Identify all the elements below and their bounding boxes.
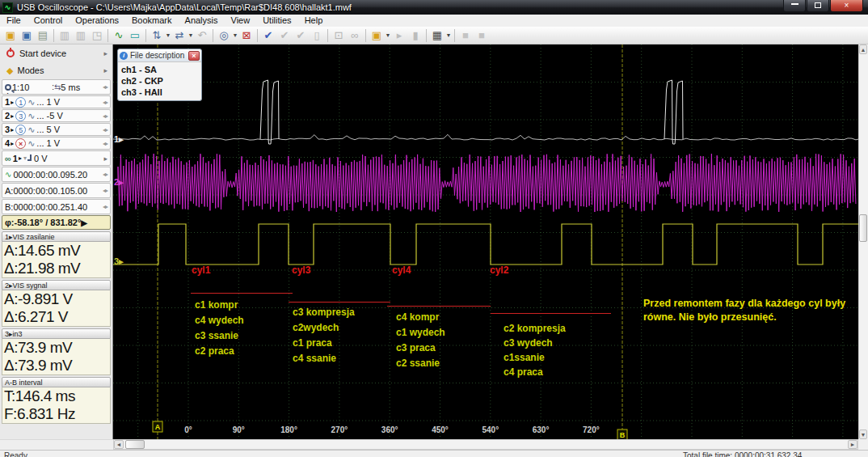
horizontal-scale-dropdown-icon[interactable]: ▼ <box>188 32 194 38</box>
menu-control[interactable]: Control <box>27 15 69 27</box>
report-icon[interactable]: ▯ <box>309 28 325 43</box>
adjust-arrows-icon[interactable]: ◂▸ <box>103 203 107 210</box>
trigger-row[interactable]: ∞ 1 ▸ ▾ 0 V ▸ <box>2 150 111 166</box>
channel-1-marker[interactable]: 1▸ <box>114 134 124 145</box>
menu-operations[interactable]: Operations <box>69 15 125 27</box>
axis-degree-label: 270° <box>331 425 348 434</box>
stroke-line: c3 praca <box>396 341 445 356</box>
modes-label: Modes <box>17 66 103 75</box>
waveform-display[interactable]: AB 1▸2▸3▸0°90°180°270°360°450°540°630°72… <box>113 44 858 439</box>
adjust-arrows-icon[interactable]: ◂▸ <box>103 99 107 106</box>
link-windows-icon[interactable]: ∞ <box>347 28 363 43</box>
measurement-values: A:14.65 mVΔ:21.98 mV <box>2 242 111 278</box>
phase-expand-icon[interactable]: ▶ <box>81 218 87 227</box>
toolbar-separator <box>365 29 366 42</box>
popup-close-button[interactable]: × <box>188 51 200 61</box>
probe-icon: 3 <box>15 111 26 121</box>
panel-2-icon[interactable]: ■ <box>474 28 490 43</box>
channel-2-row[interactable]: 2▸3∿... -5 V◂▸ <box>2 109 111 122</box>
vertical-scale-dropdown-icon[interactable]: ▼ <box>165 32 171 38</box>
expand-icon[interactable]: ▸ <box>103 154 107 163</box>
vertical-scroll-thumb[interactable] <box>859 214 867 242</box>
expand-icon[interactable]: ▸ <box>103 66 107 74</box>
start-device-button[interactable]: Start device ▸ <box>2 45 111 61</box>
horizontal-scrollbar[interactable]: ◄ ► <box>113 439 858 450</box>
accept-next-icon[interactable]: ✔ <box>276 28 293 43</box>
horizontal-scale-icon[interactable]: ⇄ <box>171 28 188 43</box>
menu-bookmark[interactable]: Bookmark <box>125 15 179 27</box>
data-export-dropdown-icon[interactable]: ▼ <box>445 32 452 38</box>
horizontal-scroll-thumb[interactable] <box>125 440 145 449</box>
menu-view[interactable]: View <box>225 15 257 27</box>
adjust-arrows-icon[interactable]: ◂▸ <box>103 171 107 178</box>
trigger-dropdown-icon[interactable]: ▾ <box>23 154 26 162</box>
scroll-down-icon[interactable]: ▼ <box>859 429 867 439</box>
file-options-dropdown-icon[interactable]: ▼ <box>385 32 391 38</box>
file-options-icon[interactable]: ▣ <box>369 28 385 43</box>
adjust-arrows-icon[interactable]: ◂▸ <box>103 187 107 194</box>
minimize-button[interactable] <box>783 0 806 12</box>
adjust-arrows-icon[interactable]: ◂▸ <box>103 112 107 120</box>
open-file-icon[interactable]: ▣ <box>2 28 19 43</box>
scroll-right-icon[interactable]: ► <box>848 440 857 449</box>
channel-value[interactable]: ... -5 V <box>36 111 62 121</box>
playback-icon[interactable]: ▸ <box>391 28 407 43</box>
sweep-icon: ⇆ <box>52 83 61 91</box>
export-icon[interactable]: ◳ <box>89 28 105 43</box>
marker-b-row[interactable]: B:0000:00:00.251.40 ◂▸ <box>2 199 111 214</box>
channel-value[interactable]: ... 1 V <box>36 97 60 107</box>
data-export-icon[interactable]: ▦ <box>429 28 445 43</box>
vertical-scrollbar[interactable]: ▲ ▼ <box>858 44 868 439</box>
zoom-select-icon[interactable]: ◎ <box>216 28 232 43</box>
cursor-label: A <box>155 423 161 431</box>
title-bar: ∿ USB Oscilloscope - C:\Users\Majka\AppD… <box>0 0 868 15</box>
save-file-icon[interactable]: ▣ <box>19 28 35 43</box>
adjust-arrows-icon[interactable]: ◂▸ <box>103 140 107 147</box>
record-icon[interactable]: ▮ <box>407 28 423 43</box>
undo-icon[interactable]: ↶ <box>194 28 210 43</box>
menu-analysis[interactable]: Analysis <box>179 15 225 27</box>
channel-value[interactable]: ... 5 V <box>36 125 60 134</box>
maximize-button[interactable] <box>807 0 829 12</box>
zoom-select-dropdown-icon[interactable]: ▼ <box>232 32 238 38</box>
channel-value[interactable]: ... 1 V <box>36 138 60 148</box>
scope-view-icon[interactable]: ∿ <box>111 28 127 43</box>
trigger-level[interactable]: 0 V <box>34 154 48 163</box>
select-region-icon[interactable]: ⊡ <box>331 28 347 43</box>
channel-3-marker[interactable]: 3▸ <box>114 256 124 267</box>
close-button[interactable]: × <box>830 0 863 12</box>
print-icon[interactable]: ▤ <box>35 28 51 43</box>
measure-tool-icon[interactable]: ▭ <box>127 28 143 43</box>
measurement-panel: 3▸in3A:73.9 mVΔ:73.9 mV <box>2 328 111 375</box>
display-off-icon[interactable]: ⊠ <box>238 28 255 43</box>
marker-a-row[interactable]: A:0000:00:00.105.00 ◂▸ <box>2 183 111 198</box>
scroll-up-icon[interactable]: ▲ <box>859 44 867 54</box>
stroke-line: c1 praca <box>293 336 355 351</box>
popup-channel-line: ch1 - SA <box>121 64 201 75</box>
channel-4-row[interactable]: 4▸×∿... 1 V◂▸ <box>2 137 111 150</box>
accept-all-icon[interactable]: ✔ <box>293 28 309 43</box>
channel-1-row[interactable]: 1▸1∿... 1 V◂▸ <box>2 95 111 108</box>
cylinder-stroke-list: c1 komprc4 wydechc3 ssaniec2 praca <box>195 298 244 359</box>
modes-button[interactable]: ◆ Modes ▸ <box>2 62 111 78</box>
popup-title-bar[interactable]: i File description × <box>118 49 201 62</box>
expand-icon[interactable]: ▸ <box>103 49 107 57</box>
menu-utilities[interactable]: Utilities <box>256 15 297 27</box>
panel-1-icon[interactable]: ■ <box>457 28 474 43</box>
phase-row[interactable]: φ:-58.18° / 831.82° ▶ <box>2 215 111 230</box>
record-time-row[interactable]: ∿ 0000:00:00.095.20 ◂▸ <box>2 167 111 182</box>
adjust-arrows-icon[interactable]: ◂▸ <box>103 126 107 133</box>
copy-view-icon[interactable]: ▥ <box>73 28 89 43</box>
menu-file[interactable]: File <box>0 15 27 27</box>
channel-3-row[interactable]: 3▸5∿... 5 V◂▸ <box>2 123 111 136</box>
scroll-left-icon[interactable]: ◄ <box>114 440 124 449</box>
copy-wave-icon[interactable]: ▥ <box>57 28 73 43</box>
channel-2-marker[interactable]: 2▸ <box>114 177 124 188</box>
zoom-sweep-row[interactable]: 1:10 ⇆ 5 ms ◂▸ <box>2 79 111 95</box>
menu-help[interactable]: Help <box>298 15 330 27</box>
vertical-scale-icon[interactable]: ⇅ <box>149 28 165 43</box>
accept-icon[interactable]: ✔ <box>260 28 276 43</box>
sweep-value[interactable]: 5 ms <box>61 83 80 92</box>
zoom-ratio-value[interactable]: 1:10 <box>12 83 29 92</box>
adjust-arrows-icon[interactable]: ◂▸ <box>103 83 107 91</box>
